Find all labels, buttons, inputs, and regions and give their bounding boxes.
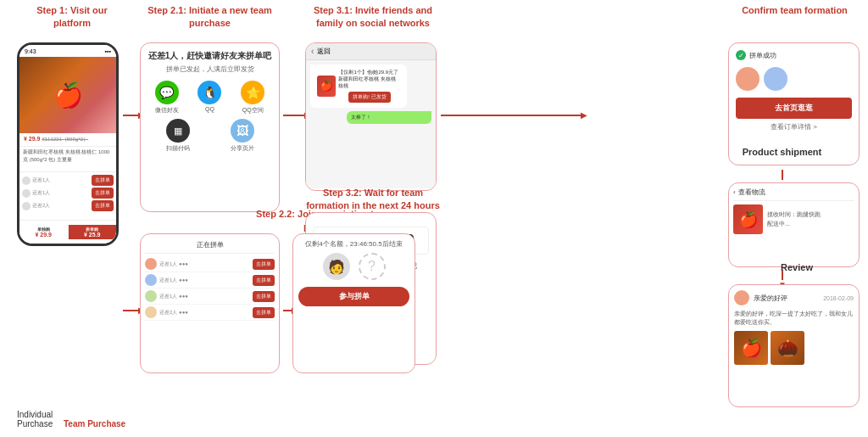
phone-join-btn-2[interactable]: 去拼单 — [92, 188, 114, 199]
shipment-status-2: 配送中... — [767, 220, 854, 229]
phone-status-bar: 9:43 ▪▪▪ — [19, 45, 116, 57]
team-join-btn-3[interactable]: 去拼单 — [253, 291, 275, 302]
phone-product-image — [19, 57, 116, 133]
arrow-line-1 — [123, 115, 138, 116]
order-detail-link[interactable]: 查看订单详情 > — [736, 122, 852, 132]
arrow-line-2-2 — [283, 310, 292, 311]
team-join-btn-4[interactable]: 去拼单 — [253, 307, 275, 318]
team-info-3: 还差1人 ●●● — [159, 293, 250, 300]
success-dot: ✓ — [736, 50, 746, 60]
panel-step-2-2: 正在拼单 还差1人 ●●● 去拼单 还差1人 ●●● 去拼单 还差1人 ●●● … — [140, 233, 280, 373]
phone-original-price: ¥111221（500g*2） — [42, 137, 88, 142]
review-image-2: 🌰 — [771, 331, 804, 365]
phone-avatar-1 — [22, 176, 31, 185]
step3-1-label: Step 3.1: Invite friends and family on s… — [301, 4, 445, 31]
diagram-container: Step 1: Visit our platform 9:43 ▪▪▪ ¥ 29… — [0, 0, 868, 437]
confirm-team-label: Confirm team formation — [729, 4, 860, 17]
arrow-3-to-confirm: ▶ — [441, 110, 587, 120]
review-text: 亲爱的好评，吃深一提了太好吃了，我和女儿都爱吃送你买。 — [734, 310, 854, 327]
confirm-avatar-1 — [736, 67, 760, 91]
arrow-line-1-2 — [123, 310, 138, 311]
chat-bubble-1: 🍎 【仅剩1个】他/她29.9元了新疆和田红枣核桃 夹核桃 核桃 拼单购! 已发… — [310, 64, 407, 108]
phone-price-value: ¥ 29.9 — [24, 136, 40, 142]
team-avatar-3 — [145, 290, 157, 302]
review-header: 亲爱的好评 2018-02-09 — [734, 290, 854, 305]
phone-join-btn-1[interactable]: 去拼单 — [92, 175, 114, 186]
team-avatar-1 — [145, 258, 157, 270]
join-header: 仅剩4个名额，23:46:50.5后结束 — [298, 239, 409, 249]
team-list-header: 正在拼单 — [145, 238, 275, 254]
success-text: 拼单成功 — [749, 51, 776, 60]
step1-label: Step 1: Visit our platform — [17, 4, 127, 31]
chat-header: ‹ 返回 — [306, 43, 436, 60]
phone-individual-purchase-btn[interactable]: 单独购 ¥ 29.9 — [19, 225, 69, 239]
phone-bottom: 还差1人 去拼单 还差1人 去拼单 还差2人 去拼单 — [19, 172, 116, 220]
shipment-row: 🍎 揽收时间：跑腿快跑 配送中... — [733, 204, 854, 234]
team-avatar-2 — [145, 274, 157, 286]
review-image-1: 🍎 — [734, 331, 768, 365]
team-avatar-4 — [145, 306, 157, 318]
phone-avatar-3 — [22, 202, 31, 210]
team-info-4: 还差2人 ●●● — [159, 309, 250, 317]
reviewer-name: 亲爱的好评 — [754, 294, 787, 303]
arrow-head-3: ▶ — [581, 110, 587, 120]
shipment-info: 揽收时间：跑腿快跑 配送中... — [767, 210, 854, 228]
confirm-avatar-2 — [764, 67, 787, 91]
step2-1-label: Step 2.1: Initiate a new team purchase — [140, 4, 280, 31]
reviewer-avatar — [734, 290, 749, 305]
shipment-product-thumb: 🍎 — [733, 204, 763, 234]
shipment-status-1: 揽收时间：跑腿快跑 — [767, 210, 854, 220]
phone-footer: 单独购 ¥ 29.9 拼单购 ¥ 25.9 — [19, 220, 116, 244]
team-join-btn-1[interactable]: 去拼单 — [253, 259, 275, 270]
team-list-row-1: 还差1人 ●●● 去拼单 — [145, 256, 275, 272]
phone-time: 9:43 — [25, 48, 36, 54]
team-list-row-3: 还差1人 ●●● 去拼单 — [145, 289, 275, 305]
share-photo[interactable]: 🖼 分享页片 — [231, 119, 254, 153]
individual-purchase-label: IndividualPurchase — [17, 410, 53, 429]
qq-icon: 🐧 — [198, 81, 221, 104]
share-wechat[interactable]: 💬 微信好友 — [147, 81, 186, 115]
arrow-line-v-1 — [782, 170, 783, 180]
wechat-label: 微信好友 — [155, 106, 179, 115]
step3-2-label: Step 3.2: Wait for team formation in the… — [301, 187, 445, 213]
qr-icon: ▦ — [166, 119, 190, 143]
phone-price: ¥ 29.9 ¥111221（500g*2） — [19, 133, 116, 147]
phone-team-info-3: 还差2人 — [32, 202, 90, 210]
share-qq[interactable]: 🐧 QQ — [191, 81, 230, 115]
panel-join-team: 仅剩4个名额，23:46:50.5后结束 🧑 ? 参与拼单 — [292, 233, 415, 373]
team-info-2: 还差1人 ●●● — [159, 277, 250, 284]
arrow-line-2-1 — [283, 115, 304, 116]
photo-label: 分享页片 — [231, 144, 254, 153]
team-join-btn-2[interactable]: 去拼单 — [253, 275, 275, 286]
phone-team-row-2: 还差1人 去拼单 — [22, 188, 114, 199]
phone-avatar-2 — [22, 189, 31, 198]
phone-mockup: 9:43 ▪▪▪ ¥ 29.9 ¥111221（500g*2） 新疆和田红枣核桃… — [17, 42, 119, 246]
qq-space-icon: ⭐ — [241, 81, 264, 104]
team-purchase-label: Team Purchase — [64, 419, 125, 429]
phone-screen: 9:43 ▪▪▪ ¥ 29.9 ¥111221（500g*2） 新疆和田红枣核桃… — [19, 45, 116, 244]
share-qr[interactable]: ▦ 扫描付码 — [166, 119, 190, 153]
panel-step-3-1: ‹ 返回 🍎 【仅剩1个】他/她29.9元了新疆和田红枣核桃 夹核桃 核桃 拼单… — [305, 42, 437, 191]
phone-team-purchase-btn[interactable]: 拼单购 ¥ 25.9 — [69, 225, 117, 239]
review-images: 🍎 🌰 — [734, 331, 854, 365]
chat-back-icon[interactable]: ‹ — [311, 47, 314, 56]
phone-team-price: ¥ 25.9 — [69, 232, 117, 238]
join-team-btn[interactable]: 参与拼单 — [298, 287, 409, 306]
phone-team-info-1: 还差1人 — [32, 176, 90, 184]
join-avatars: 🧑 ? — [298, 253, 409, 280]
shipment-section-label: Product shipment — [708, 146, 856, 159]
chat-product-thumb: 🍎 — [317, 76, 336, 97]
share-qq-space[interactable]: ⭐ QQ空间 — [233, 81, 272, 115]
chat-bubble-2: 太棒了！ — [347, 111, 431, 124]
chat-body: 🍎 【仅剩1个】他/她29.9元了新疆和田红枣核桃 夹核桃 核桃 拼单购! 已发… — [306, 60, 436, 188]
join-avatar-1: 🧑 — [323, 253, 350, 280]
phone-join-btn-3[interactable]: 去拼单 — [92, 200, 114, 211]
chat-product-desc: 【仅剩1个】他/她29.9元了新疆和田红枣核桃 夹核桃 核桃 — [338, 70, 400, 89]
go-home-btn[interactable]: 去首页逛逛 — [736, 98, 852, 119]
phone-signal: ▪▪▪ — [105, 48, 111, 54]
chat-join-btn[interactable]: 拼单购! 已发货 — [348, 92, 390, 103]
review-section-label: Review — [754, 261, 839, 274]
arrow-line-3 — [441, 115, 581, 116]
track-link[interactable]: ‹ 查看物流 — [733, 188, 854, 201]
panel-shipment: ‹ 查看物流 🍎 揽收时间：跑腿快跑 配送中... — [728, 182, 860, 267]
